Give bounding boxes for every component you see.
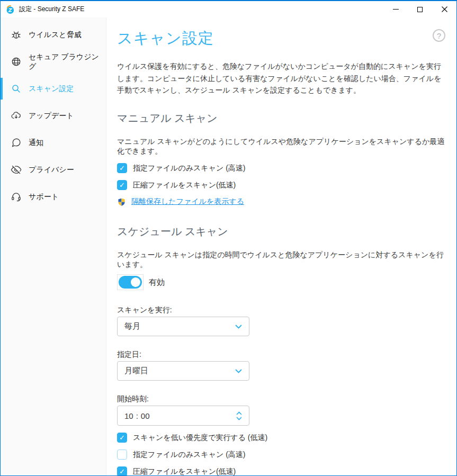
checkbox-row: 指定ファイルのみスキャン (高速) xyxy=(117,450,446,460)
minimize-button[interactable] xyxy=(383,1,408,17)
toggle-knob xyxy=(131,277,140,287)
intro-text: ウイルス保護を有効にすると、危険なファイルがないかコンピュータが自動的にスキャン… xyxy=(117,60,446,96)
sidebar-item-label: 通知 xyxy=(29,138,43,148)
toggle-track xyxy=(119,276,142,289)
settings-window: 設定 - Security Z SAFE xyxy=(0,0,457,476)
manual-scan-heading: マニュアル スキャン xyxy=(117,111,446,125)
sidebar-item-label: プライバシー xyxy=(29,165,74,175)
sidebar-item-scan-settings[interactable]: スキャン設定 xyxy=(1,75,106,102)
manual-scan-description: マニュアル スキャンがどのようにしてウイルスや危険なアプリケーションをスキャンす… xyxy=(117,137,446,156)
window-body: ウイルスと脅威 セキュア ブラウジング スキャン設定 xyxy=(1,17,456,475)
time-minute: 00 xyxy=(141,411,150,420)
uac-shield-icon xyxy=(117,197,126,206)
speech-bubble-icon xyxy=(11,137,22,148)
help-button[interactable]: ? xyxy=(433,29,445,42)
app-logo-icon xyxy=(5,5,15,14)
time-value: 10:00 xyxy=(124,411,150,420)
close-button[interactable] xyxy=(432,1,456,17)
time-separator: : xyxy=(136,411,138,420)
time-increment-button[interactable] xyxy=(236,411,242,415)
manual-compressed-files-checkbox[interactable] xyxy=(117,180,127,190)
sidebar-item-update[interactable]: アップデート xyxy=(1,102,106,129)
time-hour: 10 xyxy=(124,411,133,420)
close-icon xyxy=(442,6,447,12)
magnifier-icon xyxy=(11,83,22,94)
checkbox-label: 圧縮ファイルをスキャン(低速) xyxy=(133,467,236,475)
window-title: 設定 - Security Z SAFE xyxy=(19,5,84,14)
headset-icon xyxy=(11,191,22,202)
window-controls xyxy=(383,1,456,17)
checkbox-row: 圧縮ファイルをスキャン(低速) xyxy=(117,466,446,475)
page-title: スキャン設定 xyxy=(117,28,446,49)
quarantine-files-link[interactable]: 隔離保存したファイルを表示する xyxy=(131,197,244,206)
schedule-compressed-files-checkbox[interactable] xyxy=(117,466,127,475)
schedule-scan-heading: スケジュール スキャン xyxy=(117,224,446,239)
chevron-down-icon xyxy=(235,369,242,373)
cloud-download-icon xyxy=(11,110,22,121)
time-spinner xyxy=(236,411,242,420)
title-bar: 設定 - Security Z SAFE xyxy=(1,1,456,17)
checkbox-label: スキャンを低い優先度で実行する (低速) xyxy=(133,433,267,443)
checkbox-label: 指定ファイルのみスキャン (高速) xyxy=(133,164,246,173)
scan-settings-panel: スキャン設定 ? ウイルス保護を有効にすると、危険なファイルがないかコンピュータ… xyxy=(106,17,456,475)
time-decrement-button[interactable] xyxy=(236,417,242,420)
globe-icon xyxy=(11,56,22,67)
sidebar-item-virus-threats[interactable]: ウイルスと脅威 xyxy=(1,21,106,48)
start-time-label: 開始時刻: xyxy=(117,394,446,403)
scan-frequency-select[interactable]: 毎月 xyxy=(117,317,249,336)
checkbox-row: スキャンを低い優先度で実行する (低速) xyxy=(117,433,446,443)
select-value: 月曜日 xyxy=(124,366,148,376)
schedule-low-priority-checkbox[interactable] xyxy=(117,433,127,443)
sidebar-item-label: スキャン設定 xyxy=(29,84,74,94)
question-mark-icon: ? xyxy=(437,31,441,40)
checkbox-label: 指定ファイルのみスキャン (高速) xyxy=(133,450,246,460)
select-value: 毎月 xyxy=(124,321,140,331)
manual-specified-files-checkbox[interactable] xyxy=(117,163,127,173)
sidebar-item-secure-browsing[interactable]: セキュア ブラウジング xyxy=(1,48,106,75)
start-time-input[interactable]: 10:00 xyxy=(117,406,249,426)
sidebar-item-support[interactable]: サポート xyxy=(1,183,106,210)
sidebar-item-privacy[interactable]: プライバシー xyxy=(1,156,106,183)
sidebar-item-label: ウイルスと脅威 xyxy=(29,30,82,40)
toggle-label: 有効 xyxy=(149,277,165,288)
day-label: 指定日: xyxy=(117,350,446,358)
sidebar-item-notifications[interactable]: 通知 xyxy=(1,129,106,156)
sidebar-item-label: アップデート xyxy=(29,111,74,121)
bug-icon xyxy=(11,29,22,40)
quarantine-link-row: 隔離保存したファイルを表示する xyxy=(117,197,446,206)
checkbox-row: 指定ファイルのみスキャン (高速) xyxy=(117,163,446,173)
frequency-label: スキャンを実行: xyxy=(117,306,446,314)
maximize-icon xyxy=(417,7,423,12)
eye-off-icon xyxy=(11,164,22,175)
maximize-button[interactable] xyxy=(408,1,432,17)
scan-day-select[interactable]: 月曜日 xyxy=(117,361,249,381)
checkbox-row: 圧縮ファイルをスキャン(低速) xyxy=(117,180,446,190)
schedule-scan-description: スケジュール スキャンは指定の時間でウイルスと危険なアプリケーションに対するスキ… xyxy=(117,250,446,270)
sidebar-item-label: サポート xyxy=(29,192,59,202)
schedule-toggle-row: 有効 xyxy=(117,274,446,290)
checkbox-label: 圧縮ファイルをスキャン(低速) xyxy=(133,181,236,190)
chevron-down-icon xyxy=(235,325,242,329)
sidebar-item-label: セキュア ブラウジング xyxy=(29,52,106,71)
sidebar: ウイルスと脅威 セキュア ブラウジング スキャン設定 xyxy=(1,17,106,475)
schedule-enabled-toggle[interactable] xyxy=(117,274,144,290)
schedule-specified-files-checkbox[interactable] xyxy=(117,450,127,460)
minimize-icon xyxy=(393,9,399,10)
